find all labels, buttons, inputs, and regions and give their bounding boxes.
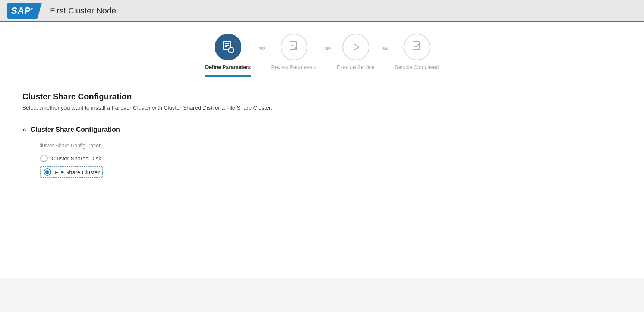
step-label-completed: Service Completed bbox=[395, 64, 439, 77]
wizard-arrow-2: »» bbox=[324, 43, 329, 67]
radio-group-cluster-share: Cluster Shared Disk File Share Cluster bbox=[40, 155, 622, 178]
radio-option-file-share-cluster[interactable]: File Share Cluster bbox=[40, 166, 622, 178]
define-icon bbox=[221, 40, 235, 54]
wizard-arrow-3: »» bbox=[382, 43, 387, 67]
section-description: Select whether you want to install a Fai… bbox=[22, 104, 622, 111]
radio-dot-file-share-cluster bbox=[45, 170, 49, 174]
page-title: First Cluster Node bbox=[50, 6, 116, 16]
section-title: Cluster Share Configuration bbox=[22, 92, 622, 102]
step-label-define: Define Parameters bbox=[205, 64, 251, 77]
expandable-title: Cluster Share Configuration bbox=[31, 126, 120, 134]
step-label-review: Review Parameters bbox=[271, 64, 317, 77]
step-circle-execute bbox=[342, 34, 369, 60]
expand-arrow-icon: » bbox=[22, 126, 26, 134]
completed-icon bbox=[410, 40, 424, 54]
app-header: SAP® First Cluster Node bbox=[0, 0, 644, 22]
radio-option-cluster-shared-disk[interactable]: Cluster Shared Disk bbox=[40, 155, 622, 162]
execute-icon bbox=[349, 40, 363, 54]
form-section: Cluster Share Configuration Cluster Shar… bbox=[37, 143, 622, 178]
radio-label-file-share-cluster: File Share Cluster bbox=[55, 169, 100, 175]
radio-wrapper-file-share-cluster: File Share Cluster bbox=[40, 166, 103, 178]
step-circle-review bbox=[281, 34, 307, 60]
radio-circle-file-share-cluster bbox=[44, 168, 51, 176]
sap-logo: SAP® bbox=[7, 3, 37, 19]
expandable-header[interactable]: » Cluster Share Configuration bbox=[22, 126, 622, 134]
form-label: Cluster Share Configuration bbox=[37, 143, 622, 149]
sap-logo-text: SAP® bbox=[11, 6, 34, 16]
svg-marker-11 bbox=[354, 44, 359, 50]
review-icon bbox=[287, 40, 301, 54]
wizard-steps: Define Parameters »» Review Parameters »… bbox=[0, 22, 644, 77]
step-label-execute: Execute Service bbox=[337, 64, 375, 77]
step-review-parameters[interactable]: Review Parameters bbox=[271, 34, 317, 77]
step-execute-service[interactable]: Execute Service bbox=[337, 34, 375, 77]
step-circle-define bbox=[215, 34, 242, 60]
step-service-completed[interactable]: Service Completed bbox=[395, 34, 439, 77]
step-circle-completed bbox=[404, 34, 430, 60]
radio-circle-cluster-shared-disk bbox=[40, 155, 48, 162]
main-content: Cluster Share Configuration Select wheth… bbox=[0, 77, 644, 278]
radio-label-cluster-shared-disk: Cluster Shared Disk bbox=[51, 155, 101, 162]
wizard-arrow-1: »» bbox=[258, 43, 263, 67]
step-define-parameters[interactable]: Define Parameters bbox=[205, 34, 251, 77]
svg-rect-12 bbox=[413, 42, 419, 50]
